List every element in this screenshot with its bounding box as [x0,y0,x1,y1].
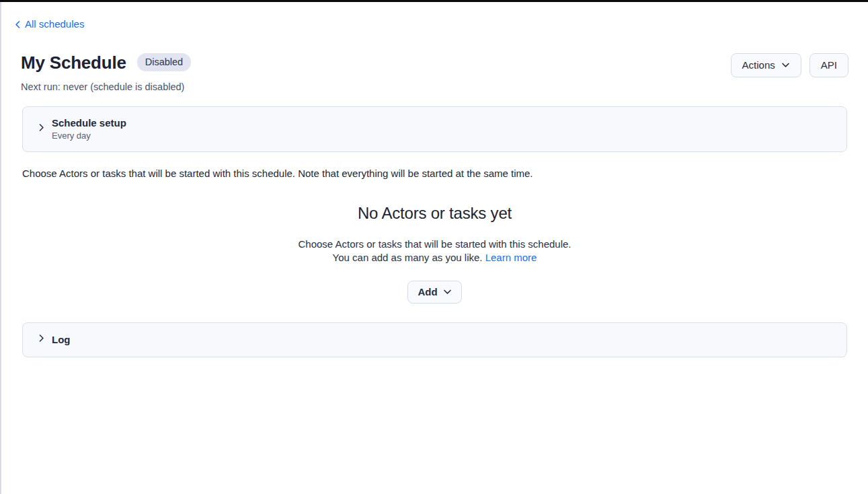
empty-state-title: No Actors or tasks yet [1,203,868,223]
empty-state-line1: Choose Actors or tasks that will be star… [1,238,868,251]
next-run-text: Next run: never (schedule is disabled) [21,81,191,93]
back-to-all-schedules-link[interactable]: All schedules [13,18,84,30]
page-header-left: My Schedule Disabled Next run: never (sc… [21,52,191,93]
chevron-down-icon [781,61,790,69]
chevron-down-icon [443,287,452,296]
learn-more-link[interactable]: Learn more [485,252,537,263]
add-button-label: Add [418,286,437,297]
empty-state-description: Choose Actors or tasks that will be star… [1,238,868,264]
actions-button-label: Actions [742,59,775,71]
chevron-left-icon [13,20,22,29]
log-panel-header[interactable]: Log [23,323,846,357]
title-row: My Schedule Disabled [21,52,191,73]
actions-button[interactable]: Actions [731,53,801,77]
status-badge: Disabled [137,53,191,71]
schedule-setup-panel-header[interactable]: Schedule setup Every day [23,107,846,151]
schedule-setup-title: Schedule setup [52,116,126,129]
chevron-right-icon[interactable] [37,122,46,135]
api-button-label: API [821,59,837,71]
chevron-right-icon[interactable] [37,333,46,345]
api-button[interactable]: API [810,53,849,77]
schedule-description-text: Choose Actors or tasks that will be star… [22,167,847,180]
log-panel[interactable]: Log [22,322,847,357]
page-title: My Schedule [21,52,126,73]
page-header: My Schedule Disabled Next run: never (sc… [21,52,849,93]
empty-state-line2: You can add as many as you like. Learn m… [1,251,868,264]
schedule-detail-page: All schedules My Schedule Disabled Next … [1,2,868,357]
page-header-buttons: Actions API [731,53,849,77]
schedule-setup-panel-titles: Schedule setup Every day [52,116,126,141]
schedule-setup-subtitle: Every day [52,130,126,141]
schedule-setup-panel[interactable]: Schedule setup Every day [22,106,847,152]
add-button[interactable]: Add [407,281,461,304]
breadcrumb-label: All schedules [25,18,84,30]
empty-state: No Actors or tasks yet Choose Actors or … [1,203,868,304]
add-button-wrap: Add [1,281,868,304]
log-panel-title: Log [52,333,71,346]
